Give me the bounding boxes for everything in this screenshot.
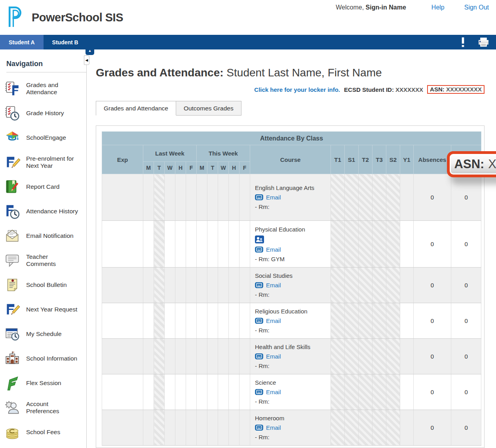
day-cell — [229, 374, 239, 410]
tardies-cell: 0 — [451, 174, 481, 221]
col-header-day-lastweek-1: T — [154, 162, 165, 174]
asn-callout: ASN:XXXXXXXXX — [447, 151, 496, 177]
col-header-t2: T2 — [359, 145, 372, 174]
day-cell — [239, 303, 250, 339]
room-text: - Rm: — [255, 398, 326, 405]
sidebar-item-account-preferences[interactable]: Account Preferences — [0, 395, 86, 420]
day-cell — [186, 303, 197, 339]
sidebar-item-school-information[interactable]: School Information — [0, 346, 86, 371]
sidebar-item-pre-enrolment-for-next-year[interactable]: Pre-enrolment for Next Year — [0, 150, 86, 175]
attendance-by-class-table: Attendance By Class Exp Last Week This W… — [102, 131, 481, 446]
tardies-cell: 0 — [451, 303, 481, 339]
absences-cell: 0 — [414, 174, 451, 221]
exp-cell — [102, 268, 143, 303]
absences-cell: 0 — [414, 339, 451, 374]
table-title: Attendance By Class — [102, 132, 481, 145]
sign-out-link[interactable]: Sign Out — [464, 4, 489, 11]
term-cell-s2 — [386, 339, 400, 374]
course-cell: HomeroomEmail- Rm: — [250, 410, 331, 446]
sidebar-item-schoolengage[interactable]: SchoolEngage — [0, 125, 86, 150]
day-cell — [197, 174, 207, 221]
email-icon — [255, 353, 263, 359]
sidebar-item-my-schedule[interactable]: My Schedule — [0, 322, 86, 346]
schoolengage-icon — [3, 129, 21, 146]
day-cell — [207, 339, 218, 374]
student-tab-b[interactable]: Student B — [44, 35, 87, 49]
col-header-absences: Absences — [414, 145, 451, 174]
student-tab-a[interactable]: Student A — [0, 35, 44, 49]
day-cell — [186, 374, 197, 410]
term-cell-s1 — [345, 410, 359, 446]
day-cell — [143, 339, 154, 374]
day-cell — [143, 268, 154, 303]
sidebar-item-label: School Information — [26, 355, 78, 362]
help-link[interactable]: Help — [431, 4, 445, 11]
day-cell — [207, 374, 218, 410]
tab-grades-and-attendance[interactable]: Grades and Attendance — [96, 101, 176, 116]
day-cell — [186, 410, 197, 446]
term-cell-t2 — [359, 303, 372, 339]
teachers-icon[interactable] — [255, 235, 326, 243]
teacher-email-link[interactable]: Email — [266, 194, 281, 201]
sidebar-item-grade-history[interactable]: Grade History — [0, 101, 86, 125]
col-header-exp: Exp — [102, 145, 143, 174]
day-cell — [154, 303, 165, 339]
term-cell-s1 — [345, 174, 359, 221]
course-cell: Social StudiesEmail- Rm: — [250, 268, 331, 303]
sidebar-item-grades-and-attendance[interactable]: Grades and Attendance — [0, 76, 86, 101]
sidebar-item-email-notification[interactable]: Email Notification — [0, 224, 86, 248]
asn-highlight-box: ASN: XXXXXXXXX — [427, 85, 485, 94]
teacher-comments-icon — [3, 252, 21, 269]
sidebar-item-teacher-comments[interactable]: Teacher Comments — [0, 248, 86, 273]
teacher-email-link[interactable]: Email — [266, 282, 281, 289]
sidebar-item-report-card[interactable]: Report Card — [0, 175, 86, 199]
collapse-sidebar-handle[interactable]: ◀ — [84, 55, 89, 65]
day-cell — [175, 268, 186, 303]
course-row: English Language ArtsEmail- Rm:00 — [102, 174, 481, 221]
tardies-cell: 0 — [451, 374, 481, 410]
sidebar-item-flex-session[interactable]: Flex Session — [0, 371, 86, 395]
sidebar-item-label: Pre-enrolment for Next Year — [26, 155, 78, 169]
room-text: - Rm: GYM — [255, 256, 326, 262]
col-header-day-lastweek-3: H — [175, 162, 186, 174]
col-header-y1: Y1 — [400, 145, 414, 174]
day-cell — [229, 174, 239, 221]
course-row: HomeroomEmail- Rm:00 — [102, 410, 481, 446]
room-text: - Rm: — [255, 434, 326, 440]
alert-icon[interactable] — [460, 37, 466, 47]
tab-outcomes-grades[interactable]: Outcomes Grades — [176, 101, 241, 116]
term-cell-s1 — [345, 221, 359, 268]
sidebar-item-label: Account Preferences — [26, 401, 78, 415]
term-cell-y1 — [400, 303, 414, 339]
day-cell — [197, 339, 207, 374]
student-name: Student Last Name, First Name — [224, 66, 382, 79]
day-cell — [229, 410, 239, 446]
collapse-up-handle[interactable]: ▲ — [86, 47, 94, 55]
sidebar-item-attendance-history[interactable]: Attendance History — [0, 199, 86, 224]
sidebar-item-label: Grade History — [26, 110, 78, 117]
col-header-t3: T3 — [372, 145, 386, 174]
term-cell-s1 — [345, 374, 359, 410]
email-notification-icon — [3, 227, 21, 245]
sidebar-item-school-fees[interactable]: School Fees — [0, 420, 86, 444]
term-cell-t2 — [359, 221, 372, 268]
email-icon — [255, 425, 263, 431]
printer-icon[interactable] — [478, 38, 489, 47]
day-cell — [218, 303, 229, 339]
locker-info-link[interactable]: Click here for your locker info. — [254, 86, 340, 93]
course-row: ScienceEmail- Rm:00 — [102, 374, 481, 410]
term-cell-y1 — [400, 268, 414, 303]
sidebar-item-school-bulletin[interactable]: School Bulletin — [0, 273, 86, 297]
teacher-email-link[interactable]: Email — [266, 389, 281, 395]
sidebar-item-label: Grades and Attendance — [26, 82, 78, 96]
tardies-cell: 0 — [451, 339, 481, 374]
teacher-email-link[interactable]: Email — [266, 317, 281, 324]
day-cell — [197, 303, 207, 339]
teacher-email-link[interactable]: Email — [266, 246, 281, 253]
content-tabs: Grades and Attendance Outcomes Grades — [96, 101, 485, 116]
sidebar-item-next-year-request[interactable]: Next Year Request — [0, 297, 86, 322]
day-cell — [154, 339, 165, 374]
teacher-email-link[interactable]: Email — [266, 353, 281, 360]
teacher-email-link[interactable]: Email — [266, 424, 281, 431]
course-name: Physical Education — [255, 226, 326, 233]
